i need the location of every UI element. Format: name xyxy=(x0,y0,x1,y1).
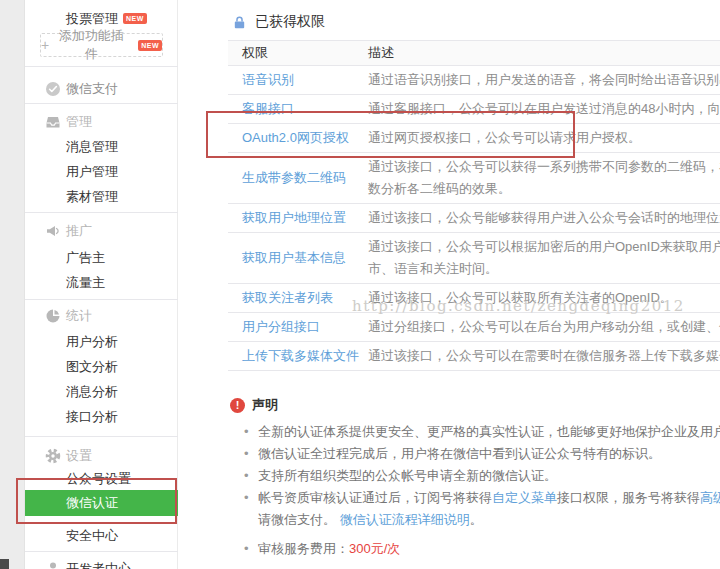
permission-description: 通过分组接口，公众号可以在后台为用户移动分组，或创建、修改分组。 xyxy=(368,316,720,338)
column-header-permission: 权限 xyxy=(228,44,368,62)
sidebar: 投票管理 NEW + 添加功能插件 NEW 微信支付 管理 消息管理 用 xyxy=(25,0,178,569)
gear-icon xyxy=(45,448,61,464)
table-row: 客服接口 通过客服接口，公众号可以在用户发送过消息的48小时内，向用户回复消息。 xyxy=(228,95,720,124)
lock-icon xyxy=(232,15,247,30)
sidebar-item-label: 用户分析 xyxy=(66,333,118,351)
permission-description: 通过该接口，公众号可以获得一系列携带不同参数的二维码，在用户扫描关注后 xyxy=(368,156,720,178)
sidebar-item-advertiser[interactable]: 广告主 xyxy=(25,245,178,270)
sidebar-item-message-analysis[interactable]: 消息分析 xyxy=(25,379,178,404)
table-row: 获取用户基本信息 通过该接口，公众号可以根据加密后的用户OpenID来获取用户基… xyxy=(228,233,720,284)
add-plugin-label: 添加功能插件 xyxy=(54,27,128,63)
sidebar-divider xyxy=(25,436,178,437)
sidebar-item-label: 投票管理 xyxy=(66,10,118,28)
table-row: 获取关注者列表 通过该接口，公众号可以获取所有关注者的OpenID。 xyxy=(228,284,720,313)
permission-link[interactable]: 客服接口 xyxy=(242,101,294,116)
sidebar-item-label: 用户管理 xyxy=(66,163,118,181)
permission-description: 通过该接口，公众号可以根据加密后的用户OpenID来获取用户基本信息，包括 xyxy=(368,236,720,258)
sidebar-item-label: 消息分析 xyxy=(66,383,118,401)
table-row: 生成带参数二维码 通过该接口，公众号可以获得一系列携带不同参数的二维码，在用户扫… xyxy=(228,153,720,204)
sidebar-item-label: 微信支付 xyxy=(66,80,118,98)
permission-link[interactable]: 用户分组接口 xyxy=(242,319,320,334)
permission-link[interactable]: 上传下载多媒体文件 xyxy=(242,348,359,363)
sidebar-item-message-management[interactable]: 消息管理 xyxy=(25,134,178,159)
notice-bullet: 帐号资质审核认证通过后，订阅号将获得自定义菜单接口权限，服务号将获得高级功能接口… xyxy=(228,487,720,509)
sidebar-section-developer-center[interactable]: 开发者中心 xyxy=(25,556,178,569)
column-header-description: 描述 xyxy=(368,44,720,62)
advanced-api-link[interactable]: 高级功能接口 xyxy=(700,490,720,505)
permission-description: 通过该接口，公众号可以在需要时在微信服务器上传下载多媒体文件。 xyxy=(368,345,720,367)
permission-description: 通过该接口，公众号能够获得用户进入公众号会话时的地理位置（需要用户同意 xyxy=(368,207,720,229)
sidebar-section-label: 管理 xyxy=(66,113,92,131)
sidebar-item-label: 安全中心 xyxy=(66,527,118,545)
new-badge: NEW xyxy=(123,13,147,24)
sidebar-section-label: 设置 xyxy=(66,447,92,465)
notice-bullet: 微信认证全过程完成后，用户将在微信中看到认证公众号特有的标识。 xyxy=(228,443,720,465)
sidebar-item-label: 消息管理 xyxy=(66,138,118,156)
table-row: 获取用户地理位置 通过该接口，公众号能够获得用户进入公众号会话时的地理位置（需要… xyxy=(228,204,720,233)
table-header-row: 权限 描述 xyxy=(228,40,720,66)
permission-link[interactable]: 生成带参数二维码 xyxy=(242,170,346,185)
permission-link[interactable]: 获取用户地理位置 xyxy=(242,210,346,225)
sidebar-item-label: 接口分析 xyxy=(66,408,118,426)
sidebar-section-promotion[interactable]: 推广 xyxy=(25,218,178,243)
sidebar-item-article-analysis[interactable]: 图文分析 xyxy=(25,354,178,379)
sidebar-section-label: 推广 xyxy=(66,222,92,240)
permission-description: 通过网页授权接口，公众号可以请求用户授权。 xyxy=(368,127,720,149)
new-badge: NEW xyxy=(138,40,162,51)
sidebar-item-label: 微信认证 xyxy=(66,494,118,512)
verification-process-link[interactable]: 微信认证流程详细说明 xyxy=(340,512,470,527)
wechat-mp-admin-screen: 投票管理 NEW + 添加功能插件 NEW 微信支付 管理 消息管理 用 xyxy=(0,0,720,569)
permissions-header: 已获得权限 xyxy=(232,13,325,31)
sidebar-divider xyxy=(25,212,178,213)
sidebar-item-security-center[interactable]: 安全中心 xyxy=(25,523,178,548)
sidebar-divider xyxy=(25,299,178,300)
permission-description: 通过该接口，公众号可以获取所有关注者的OpenID。 xyxy=(368,287,720,309)
sidebar-section-manage[interactable]: 管理 xyxy=(25,109,178,134)
table-row: 语音识别 通过语音识别接口，用户发送的语音，将会同时给出语音识别出的文本内容。 xyxy=(228,66,720,95)
sidebar-section-label: 开发者中心 xyxy=(66,560,131,569)
pie-chart-icon xyxy=(45,308,61,324)
page-title: 已获得权限 xyxy=(255,13,325,31)
custom-menu-link[interactable]: 自定义菜单 xyxy=(492,490,557,505)
notice-bullet: 支持所有组织类型的公众帐号申请全新的微信认证。 xyxy=(228,465,720,487)
sidebar-item-account-settings[interactable]: 公众号设置 xyxy=(25,466,178,491)
corner-artifact xyxy=(0,559,9,569)
sidebar-item-label: 公众号设置 xyxy=(66,470,131,488)
megaphone-icon xyxy=(45,223,61,239)
sidebar-item-label: 素材管理 xyxy=(66,188,118,206)
permission-link[interactable]: 语音识别 xyxy=(242,72,294,87)
sidebar-item-label: 图文分析 xyxy=(66,358,118,376)
permissions-table: 权限 描述 语音识别 通过语音识别接口，用户发送的语音，将会同时给出语音识别出的… xyxy=(228,40,720,371)
permission-description: 通过语音识别接口，用户发送的语音，将会同时给出语音识别出的文本内容。 xyxy=(368,69,720,91)
notice-section: ! 声明 全新的认证体系提供更安全、更严格的真实性认证，也能够更好地保护企业及用… xyxy=(228,396,720,560)
notice-list: 审核服务费用：300元/次 xyxy=(228,538,720,560)
table-row-oauth: OAuth2.0网页授权 通过网页授权接口，公众号可以请求用户授权。 xyxy=(228,124,720,153)
sidebar-section-settings[interactable]: 设置 xyxy=(25,443,178,468)
permission-link[interactable]: 获取关注者列表 xyxy=(242,290,333,305)
notice-bullet-fee: 审核服务费用：300元/次 xyxy=(228,538,720,560)
left-rail xyxy=(0,0,25,569)
sidebar-item-traffic-owner[interactable]: 流量主 xyxy=(25,270,178,295)
inbox-icon xyxy=(45,114,61,130)
permission-description: 通过客服接口，公众号可以在用户发送过消息的48小时内，向用户回复消息。 xyxy=(368,98,720,120)
sidebar-divider xyxy=(25,66,178,67)
plus-icon: + xyxy=(41,37,49,53)
add-plugin-button[interactable]: + 添加功能插件 NEW xyxy=(40,33,163,57)
sidebar-item-wechat-verification-active[interactable]: 微信认证 xyxy=(25,490,178,516)
sidebar-divider xyxy=(25,551,178,552)
sidebar-item-user-analysis[interactable]: 用户分析 xyxy=(25,329,178,354)
wechat-pay-icon xyxy=(45,81,61,97)
sidebar-item-material-management[interactable]: 素材管理 xyxy=(25,184,178,209)
notice-list: 全新的认证体系提供更安全、更严格的真实性认证，也能够更好地保护企业及用户的合法权… xyxy=(228,421,720,509)
notice-bullet-continuation: 请微信支付。 微信认证流程详细说明。 xyxy=(228,509,720,531)
sidebar-item-api-analysis[interactable]: 接口分析 xyxy=(25,404,178,429)
permission-link[interactable]: 获取用户基本信息 xyxy=(242,250,346,265)
sidebar-item-user-management[interactable]: 用户管理 xyxy=(25,159,178,184)
sidebar-section-label: 统计 xyxy=(66,307,92,325)
notice-title: 声明 xyxy=(252,396,278,414)
sidebar-divider xyxy=(25,103,178,104)
permission-link[interactable]: OAuth2.0网页授权 xyxy=(242,130,349,145)
sidebar-section-statistics[interactable]: 统计 xyxy=(25,303,178,328)
person-icon xyxy=(45,561,61,569)
sidebar-item-wechat-pay[interactable]: 微信支付 xyxy=(25,76,178,101)
